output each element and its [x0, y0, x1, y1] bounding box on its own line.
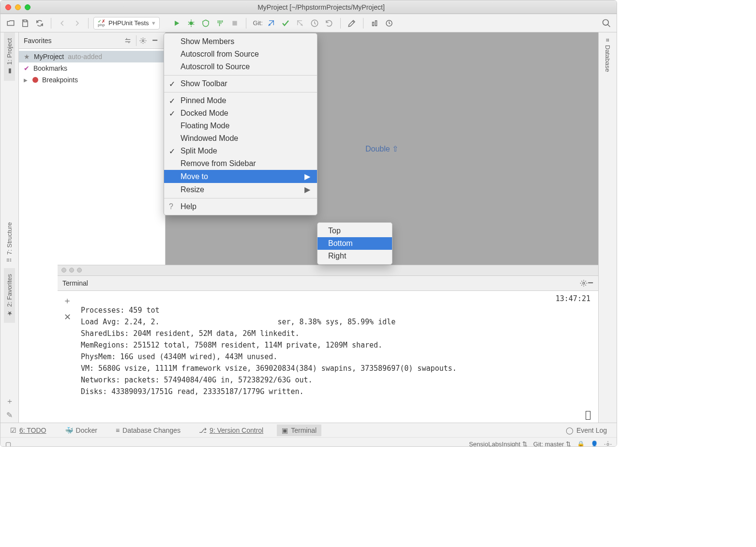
term-zoom-button[interactable] [77, 268, 82, 273]
docker-tab[interactable]: 🐳Docker [60, 425, 102, 436]
menu-show-members[interactable]: Show Members [164, 35, 317, 48]
terminal-gear-icon[interactable] [580, 279, 588, 287]
terminal-tab[interactable]: ▣Terminal [277, 425, 321, 436]
left-sidebar: ▮1: Project ⠿7: Structure ★2: Favorites … [0, 32, 19, 423]
statusbar: ▢ SensioLabsInsight ⇅ Git: master ⇅ 🔒 👤 [0, 437, 617, 447]
submenu-top[interactable]: Top [318, 225, 392, 237]
db-icon: ≡ [116, 426, 120, 434]
menu-resize[interactable]: Resize▶ [164, 183, 317, 196]
event-log-tab[interactable]: ◯Event Log [561, 425, 612, 436]
menu-split-mode[interactable]: ✓Split Mode [164, 145, 317, 157]
vcs-history-icon[interactable] [308, 17, 321, 30]
git-branch-widget[interactable]: Git: master ⇅ [533, 441, 571, 447]
terminal-content[interactable]: 13:47:21Processes: 459 tot Load Avg: 2.2… [77, 291, 598, 423]
titlebar: MyProject [~/PhpstormProjects/MyProject] [0, 0, 617, 14]
menu-autoscroll-to-source[interactable]: Autoscroll to Source [164, 61, 317, 73]
stop-icon[interactable] [228, 17, 241, 30]
menu-windowed-mode[interactable]: Windowed Mode [164, 132, 317, 145]
refresh-icon[interactable] [33, 17, 46, 30]
run-icon[interactable] [170, 17, 183, 30]
terminal-title: Terminal [62, 279, 580, 287]
svg-point-0 [189, 21, 193, 25]
stop-listen-icon[interactable] [383, 17, 395, 30]
settings-icon[interactable] [346, 17, 358, 30]
close-window-button[interactable] [5, 4, 11, 10]
check-icon: ✓ [169, 79, 175, 89]
todo-tab[interactable]: ☑6: TODO [5, 425, 51, 436]
menu-remove-from-sidebar[interactable]: Remove from Sidebar [164, 157, 317, 170]
back-icon[interactable] [56, 17, 69, 30]
close-session-button[interactable]: ✕ [61, 311, 73, 323]
favorites-item-bookmarks[interactable]: ✔ Bookmarks [19, 62, 165, 74]
svg-point-6 [583, 282, 585, 284]
edit-button[interactable]: ✎ [6, 410, 13, 420]
submenu-arrow-icon: ▶ [304, 185, 310, 194]
tool-window-context-menu: Show Members Autoscroll from Source Auto… [164, 33, 318, 215]
favorites-item-myproject[interactable]: ★ MyProject auto-added [19, 51, 165, 62]
menu-autoscroll-from-source[interactable]: Autoscroll from Source [164, 48, 317, 61]
inspector-icon[interactable]: 👤 [590, 441, 598, 447]
search-icon[interactable] [600, 17, 613, 30]
terminal-gutter: ＋ ✕ [58, 291, 77, 423]
vcs-tab[interactable]: ⎇9: Version Control [194, 425, 268, 436]
gear-icon[interactable] [136, 35, 147, 46]
menu-show-toolbar[interactable]: ✓Show Toolbar [164, 77, 317, 90]
term-close-button[interactable] [61, 268, 66, 273]
forward-icon[interactable] [71, 17, 83, 30]
svg-point-5 [142, 40, 144, 42]
traffic-lights [5, 4, 30, 10]
project-tool-tab[interactable]: ▮1: Project [4, 32, 15, 81]
submenu-right[interactable]: Right [318, 250, 392, 262]
favorites-item-label: MyProject [34, 53, 64, 61]
add-button[interactable]: ＋ [6, 396, 14, 407]
processes-icon[interactable] [604, 441, 612, 447]
terminal-hide-icon[interactable]: − [588, 277, 593, 289]
sensio-widget[interactable]: SensioLabsInsight ⇅ [469, 441, 528, 447]
statusbar-panels-icon[interactable]: ▢ [5, 441, 11, 447]
minimize-window-button[interactable] [15, 4, 21, 10]
favorites-item-breakpoints[interactable]: ▶ Breakpoints [19, 74, 165, 86]
favorites-tool-tab[interactable]: ★2: Favorites [4, 268, 15, 323]
database-changes-tab[interactable]: ≡Database Changes [111, 425, 185, 436]
menu-move-to[interactable]: Move to▶ [164, 170, 317, 183]
zoom-window-button[interactable] [25, 4, 30, 10]
menu-pinned-mode[interactable]: ✓Pinned Mode [164, 94, 317, 107]
vcs-update-icon[interactable] [265, 17, 277, 30]
bookmark-icon: ✔ [24, 64, 30, 72]
chevron-down-icon: ▾ [152, 19, 155, 27]
structure-tool-tab[interactable]: ⠿7: Structure [4, 216, 15, 268]
expand-triangle-icon[interactable]: ▶ [24, 77, 28, 83]
lock-icon[interactable]: 🔒 [577, 441, 585, 447]
submenu-arrow-icon: ▶ [304, 172, 310, 181]
submenu-bottom[interactable]: Bottom [318, 237, 392, 250]
favorites-body: ★ MyProject auto-added ✔ Bookmarks ▶ Bre… [19, 49, 165, 265]
save-icon[interactable] [19, 17, 31, 30]
run-config-label: PHPUnit Tests [108, 19, 149, 27]
vcs-revert-icon[interactable] [323, 17, 335, 30]
term-minimize-button[interactable] [69, 268, 74, 273]
run-config-selector[interactable]: ✓✗php PHPUnit Tests ▾ [93, 17, 160, 30]
move-to-submenu: Top Bottom Right [317, 222, 393, 265]
menu-help[interactable]: ?Help [164, 200, 317, 213]
star-icon: ★ [24, 53, 30, 61]
terminal-panel: Terminal − ＋ ✕ 13:47:21Processes: 459 to… [58, 265, 598, 423]
check-icon: ✓ [169, 147, 175, 156]
vcs-commit-icon[interactable] [279, 17, 292, 30]
profile-icon[interactable] [214, 17, 227, 30]
hide-icon[interactable]: − [150, 35, 160, 46]
vcs-push-icon[interactable] [294, 17, 306, 30]
favorites-item-suffix: auto-added [68, 53, 102, 61]
phpunit-icon: ✓✗php [98, 20, 106, 27]
listen-debug-icon[interactable] [368, 17, 381, 30]
window-title: MyProject [~/PhpstormProjects/MyProject] [30, 3, 612, 11]
open-icon[interactable] [4, 17, 17, 30]
menu-docked-mode[interactable]: ✓Docked Mode [164, 107, 317, 120]
debug-icon[interactable] [185, 17, 197, 30]
new-session-button[interactable]: ＋ [61, 295, 73, 306]
svg-point-7 [607, 443, 609, 445]
menu-floating-mode[interactable]: Floating Mode [164, 120, 317, 132]
show-options-icon[interactable] [122, 35, 133, 46]
coverage-icon[interactable] [199, 17, 212, 30]
database-tool-tab[interactable]: ≡Database [602, 32, 613, 77]
breakpoint-icon [32, 77, 38, 83]
